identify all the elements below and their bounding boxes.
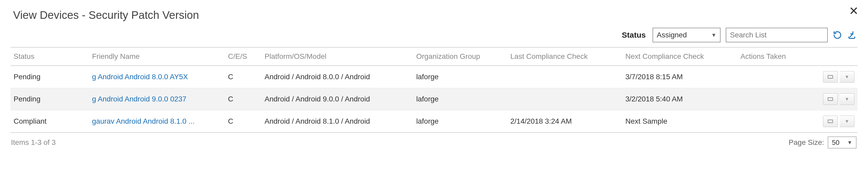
- row-action-button[interactable]: [823, 71, 838, 83]
- cell-ces: C: [225, 66, 261, 88]
- row-action-group: ▼: [823, 94, 855, 102]
- cell-status: Compliant: [10, 110, 89, 133]
- table-row: Compliant gaurav Android Android 8.1.0 .…: [10, 110, 858, 133]
- cell-last-check: 2/14/2018 3:24 AM: [507, 110, 622, 133]
- col-header-last-check[interactable]: Last Compliance Check: [507, 47, 622, 66]
- status-filter-label: Status: [622, 31, 646, 39]
- col-header-friendly-name[interactable]: Friendly Name: [89, 47, 225, 66]
- cell-ces: C: [225, 110, 261, 133]
- cell-next-check: 3/7/2018 8:15 AM: [622, 66, 737, 88]
- cell-status: Pending: [10, 88, 89, 110]
- svg-rect-1: [828, 98, 833, 101]
- cell-last-check: [507, 66, 622, 88]
- cell-next-check: 3/2/2018 5:40 AM: [622, 88, 737, 110]
- caret-down-icon: ▼: [845, 74, 849, 80]
- col-header-platform[interactable]: Platform/OS/Model: [261, 47, 413, 66]
- cell-org: laforge: [413, 110, 507, 133]
- chevron-down-icon: ▼: [711, 32, 716, 38]
- cell-last-check: [507, 88, 622, 110]
- table-row: Pending g Android Android 9.0.0 0237 C A…: [10, 88, 858, 110]
- row-action-group: ▼: [823, 117, 855, 125]
- cell-status: Pending: [10, 66, 89, 88]
- close-icon[interactable]: ✕: [849, 5, 859, 17]
- cell-org: laforge: [413, 88, 507, 110]
- status-filter-value: Assigned: [657, 31, 687, 39]
- devices-table: Status Friendly Name C/E/S Platform/OS/M…: [10, 47, 858, 133]
- cell-org: laforge: [413, 66, 507, 88]
- device-link[interactable]: g Android Android 9.0.0 0237: [92, 95, 186, 103]
- cell-platform: Android / Android 8.0.0 / Android: [261, 66, 413, 88]
- svg-rect-2: [828, 120, 833, 123]
- cell-next-check: Next Sample: [622, 110, 737, 133]
- col-header-buttons: [805, 47, 858, 66]
- table-header-row: Status Friendly Name C/E/S Platform/OS/M…: [10, 47, 858, 66]
- table-body: Pending g Android Android 8.0.0 AY5X C A…: [10, 66, 858, 132]
- cell-platform: Android / Android 9.0.0 / Android: [261, 88, 413, 110]
- status-filter-select[interactable]: Assigned ▼: [653, 28, 720, 42]
- dialog-view-devices: ✕ View Devices - Security Patch Version …: [0, 0, 868, 177]
- export-icon[interactable]: [847, 28, 857, 42]
- svg-rect-0: [828, 76, 833, 79]
- cell-ces: C: [225, 88, 261, 110]
- search-input[interactable]: [726, 28, 828, 42]
- caret-down-icon: ▼: [845, 96, 849, 102]
- device-link[interactable]: gaurav Android Android 8.1.0 ...: [92, 117, 194, 125]
- col-header-org[interactable]: Organization Group: [413, 47, 507, 66]
- row-action-group: ▼: [823, 72, 855, 80]
- page-size-select[interactable]: 50 ▼: [828, 137, 857, 148]
- cell-platform: Android / Android 8.1.0 / Android: [261, 110, 413, 133]
- table-footer: Items 1-3 of 3 Page Size: 50 ▼: [10, 137, 858, 148]
- cell-actions: [737, 66, 805, 88]
- page-size-control: Page Size: 50 ▼: [789, 137, 857, 148]
- filter-bar: Status Assigned ▼: [10, 28, 858, 42]
- device-link[interactable]: g Android Android 8.0.0 AY5X: [92, 73, 188, 81]
- col-header-status[interactable]: Status: [10, 47, 89, 66]
- caret-down-icon: ▼: [845, 119, 849, 124]
- col-header-next-check[interactable]: Next Compliance Check: [622, 47, 737, 66]
- chevron-down-icon: ▼: [847, 140, 852, 146]
- row-action-menu-button[interactable]: ▼: [840, 93, 855, 105]
- col-header-actions[interactable]: Actions Taken: [737, 47, 805, 66]
- row-action-menu-button[interactable]: ▼: [840, 116, 855, 127]
- cell-actions: [737, 110, 805, 133]
- row-action-menu-button[interactable]: ▼: [840, 71, 855, 83]
- table-row: Pending g Android Android 8.0.0 AY5X C A…: [10, 66, 858, 88]
- page-size-label: Page Size:: [789, 138, 824, 147]
- items-count: Items 1-3 of 3: [11, 138, 56, 147]
- page-size-value: 50: [832, 139, 839, 147]
- col-header-ces[interactable]: C/E/S: [225, 47, 261, 66]
- refresh-icon[interactable]: [833, 28, 842, 42]
- row-action-button[interactable]: [823, 116, 838, 127]
- row-action-button[interactable]: [823, 93, 838, 105]
- cell-actions: [737, 88, 805, 110]
- page-title: View Devices - Security Patch Version: [13, 9, 858, 22]
